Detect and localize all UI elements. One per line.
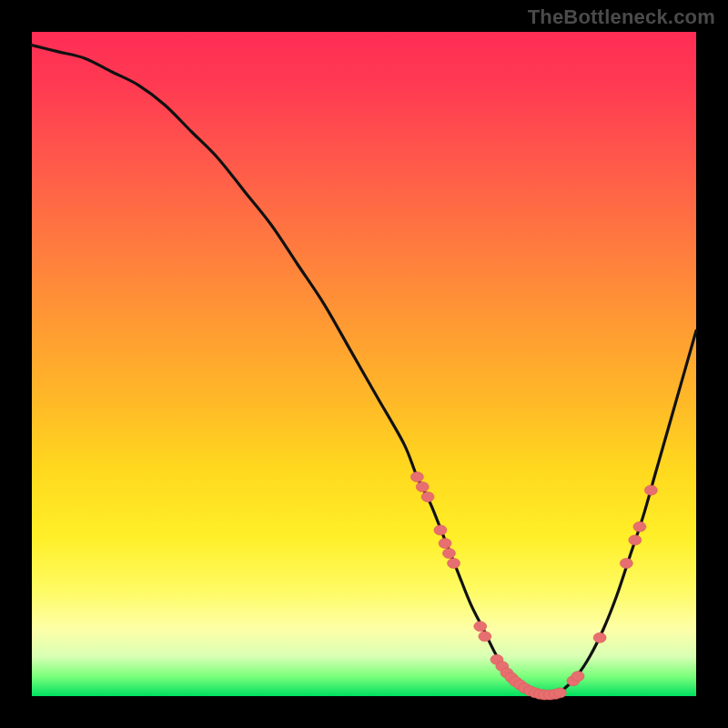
- data-point: [633, 521, 646, 531]
- watermark-label: TheBottleneck.com: [528, 5, 715, 29]
- bottleneck-curve: [32, 46, 696, 697]
- data-point: [620, 559, 632, 569]
- data-point: [416, 482, 429, 492]
- data-point: [439, 539, 451, 549]
- data-point: [479, 632, 491, 642]
- data-point: [571, 672, 584, 682]
- data-point: [442, 549, 455, 559]
- data-point: [553, 688, 566, 698]
- data-point: [474, 622, 487, 632]
- chart-frame: TheBottleneck.com: [0, 0, 728, 728]
- plot-area: [32, 32, 696, 696]
- data-point: [448, 559, 460, 569]
- data-point: [593, 632, 606, 642]
- data-point: [644, 485, 657, 495]
- data-point: [410, 472, 423, 482]
- chart-svg: [32, 32, 696, 696]
- data-point: [434, 525, 447, 535]
- data-point: [421, 492, 434, 502]
- data-point: [629, 535, 642, 545]
